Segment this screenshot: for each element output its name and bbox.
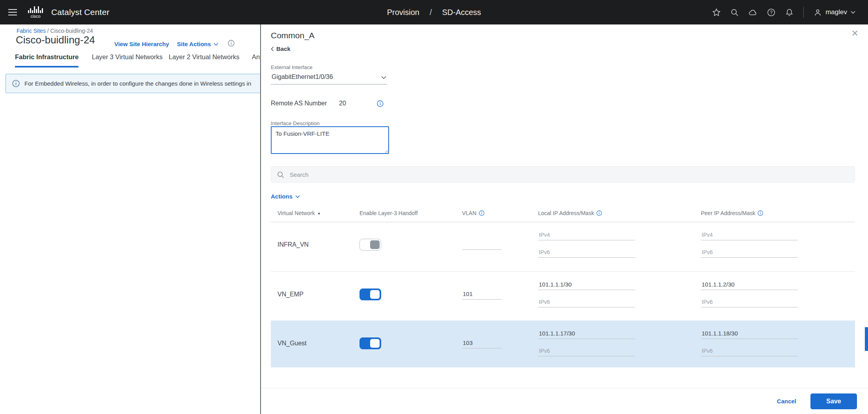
virtual-network-name: INFRA_VN <box>278 241 309 248</box>
tab-layer3-virtual-networks[interactable]: Layer 3 Virtual Networks <box>92 53 162 66</box>
chevron-down-icon <box>381 76 386 79</box>
info-icon[interactable] <box>377 100 384 107</box>
header-divider <box>803 7 804 18</box>
table-row: VN_Guest <box>271 320 855 367</box>
table-row: VN_EMP <box>271 272 855 320</box>
column-header-peer-ip: Peer IP Address/Mask <box>701 210 763 216</box>
cancel-button[interactable]: Cancel <box>777 398 796 405</box>
chevron-down-icon <box>214 43 218 46</box>
save-button[interactable]: Save <box>810 393 857 409</box>
search-icon[interactable] <box>730 8 739 17</box>
username-label: maglev <box>825 8 847 16</box>
search-bar <box>271 166 855 183</box>
column-label: Enable Layer-3 Handoff <box>359 210 418 216</box>
column-header-vlan: VLAN <box>462 210 484 216</box>
interface-description-label: Interface Description <box>271 120 320 126</box>
local-ipv6-input[interactable] <box>538 248 635 258</box>
local-ipv4-input[interactable] <box>538 329 635 339</box>
close-icon[interactable]: ✕ <box>851 29 859 38</box>
nav-provision[interactable]: Provision <box>387 8 419 17</box>
app-title: Catalyst Center <box>51 7 110 17</box>
toggle-knob <box>370 290 380 299</box>
svg-text:?: ? <box>770 10 773 15</box>
external-interface-field: External Interface GigabitEthernet1/0/36 <box>271 64 387 84</box>
tab-layer2-virtual-networks[interactable]: Layer 2 Virtual Networks <box>169 53 239 66</box>
vlan-input[interactable] <box>462 240 502 250</box>
actions-label: Actions <box>271 193 292 200</box>
interface-description-input[interactable]: To Fusion-VRF-LITE <box>271 126 389 154</box>
search-input[interactable] <box>289 171 849 178</box>
chevron-down-icon <box>851 11 855 14</box>
chevron-down-icon <box>295 195 300 198</box>
external-interface-label: External Interface <box>271 64 387 70</box>
help-icon[interactable]: ? <box>767 8 775 17</box>
site-actions-dropdown[interactable]: Site Actions <box>177 41 218 47</box>
column-header-handoff: Enable Layer-3 Handoff <box>359 210 418 216</box>
peer-ipv4-input[interactable] <box>701 280 798 290</box>
peer-ipv6-input[interactable] <box>701 347 798 356</box>
peer-ipv6-input[interactable] <box>701 248 798 258</box>
external-interface-value: GigabitEthernet1/0/36 <box>272 73 333 80</box>
column-label: Peer IP Address/Mask <box>701 210 755 216</box>
svg-text:cisco: cisco <box>30 14 40 19</box>
info-icon[interactable] <box>228 40 235 47</box>
breadcrumb-current: Cisco-buidling-24 <box>50 28 93 34</box>
nav-separator: / <box>430 8 432 17</box>
remote-as-number-value: 20 <box>339 100 346 107</box>
info-icon <box>12 80 20 87</box>
scrollbar-thumb[interactable] <box>865 327 868 351</box>
breadcrumb: Fabric Sites / Cisco-buidling-24 <box>17 28 93 34</box>
vlan-input[interactable] <box>462 339 502 348</box>
breadcrumb-fabric-sites[interactable]: Fabric Sites <box>17 28 46 34</box>
layer3-handoff-toggle[interactable] <box>359 239 381 251</box>
back-button[interactable]: Back <box>271 45 291 52</box>
column-header-local-ip: Local IP Address/Mask <box>538 210 602 216</box>
local-ipv4-input[interactable] <box>538 280 635 290</box>
user-menu[interactable]: maglev <box>814 8 855 17</box>
view-site-hierarchy-link[interactable]: View Site Hierarchy <box>114 41 169 47</box>
virtual-network-name: VN_EMP <box>278 291 304 298</box>
notifications-bell-icon[interactable] <box>785 8 793 17</box>
external-interface-select[interactable]: GigabitEthernet1/0/36 <box>271 72 387 84</box>
info-icon[interactable] <box>479 210 484 216</box>
search-icon <box>277 171 284 178</box>
toggle-knob <box>370 240 380 249</box>
menu-icon[interactable] <box>0 0 25 24</box>
drawer-title: Common_A <box>271 31 315 40</box>
layer3-handoff-toggle[interactable] <box>359 337 381 349</box>
local-ipv6-input[interactable] <box>538 347 635 356</box>
cisco-logo: cisco <box>27 6 45 19</box>
peer-ipv4-input[interactable] <box>701 230 798 240</box>
app-header: cisco Catalyst Center Provision / SD-Acc… <box>0 0 868 24</box>
peer-ipv6-input[interactable] <box>701 298 798 307</box>
page-title: Cisco-buidling-24 <box>16 34 95 46</box>
virtual-network-name: VN_Guest <box>278 340 307 347</box>
site-actions-label: Site Actions <box>177 41 211 47</box>
peer-ipv4-input[interactable] <box>701 329 798 339</box>
column-label: Local IP Address/Mask <box>538 210 594 216</box>
local-ipv6-input[interactable] <box>538 298 635 307</box>
sort-ascending-icon: ▲ <box>317 211 321 215</box>
actions-dropdown[interactable]: Actions <box>271 193 300 200</box>
column-label: Virtual Network <box>278 210 315 216</box>
breadcrumb-separator: / <box>47 28 49 34</box>
vlan-input[interactable] <box>462 290 502 300</box>
star-icon[interactable] <box>712 8 721 17</box>
nav-sd-access[interactable]: SD-Access <box>442 8 481 17</box>
column-label: VLAN <box>462 210 477 216</box>
info-icon[interactable] <box>758 210 763 216</box>
chevron-left-icon <box>271 47 274 51</box>
table-row: INFRA_VN <box>271 222 855 272</box>
toggle-knob <box>370 339 380 348</box>
banner-text: For Embedded Wireless, in order to confi… <box>24 80 251 87</box>
info-icon[interactable] <box>596 210 602 216</box>
user-icon <box>814 8 822 17</box>
back-label: Back <box>276 45 291 52</box>
local-ipv4-input[interactable] <box>538 230 635 240</box>
layer3-handoff-drawer: Common_A ✕ Back External Interface Gigab… <box>260 24 868 414</box>
column-header-virtual-network[interactable]: Virtual Network ▲ <box>278 210 321 216</box>
layer3-handoff-toggle[interactable] <box>359 288 381 300</box>
header-breadcrumb: Provision / SD-Access <box>387 8 481 17</box>
tab-fabric-infrastructure[interactable]: Fabric Infrastructure <box>15 53 78 67</box>
cloud-icon[interactable] <box>749 8 757 17</box>
